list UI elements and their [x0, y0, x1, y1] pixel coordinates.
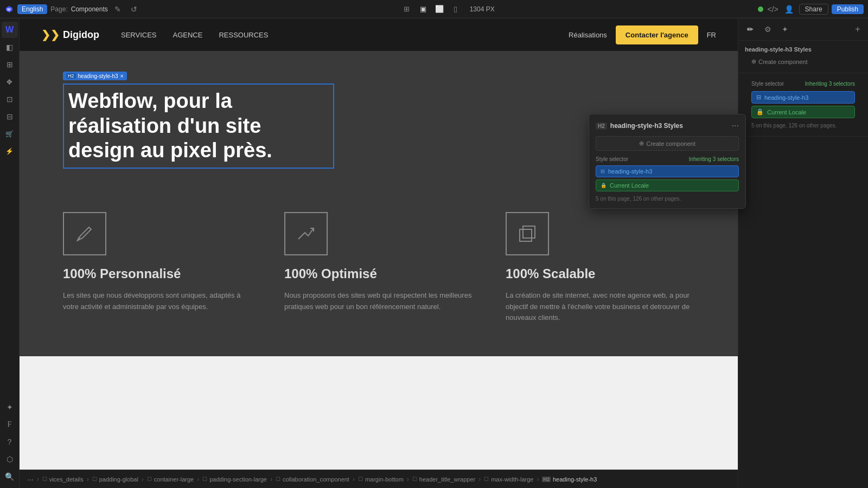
breadcrumb-container-large[interactable]: ☐ container-large — [144, 475, 197, 484]
chip-heading-style-h3[interactable]: ⊟ heading-style-h3 — [751, 91, 855, 104]
style-panel-title-section: heading-style-h3 Styles ⊕ Create compone… — [738, 41, 868, 73]
nav-cta-button[interactable]: Contacter l'agence — [616, 25, 698, 44]
refresh-icon-btn[interactable]: ↺ — [127, 3, 141, 16]
edit-icon-btn[interactable]: ✎ — [111, 3, 124, 16]
sidebar-icon-assets[interactable]: ⊡ — [2, 91, 18, 107]
breadcrumb-menu-btn[interactable]: ··· — [24, 474, 37, 485]
interactions-panel-btn[interactable]: ✦ — [777, 22, 793, 37]
nav-right: Réalisations Contacter l'agence FR — [569, 25, 716, 44]
popup-create-icon: ⊕ — [639, 140, 644, 147]
floating-popup: H2 heading-style-h3 Styles ··· ⊕ Create … — [589, 114, 746, 209]
sidebar-icon-search[interactable]: 🔍 — [2, 468, 18, 485]
breadcrumb-heading-style-h3[interactable]: H2 heading-style-h3 — [539, 475, 600, 484]
element-badge: H2 heading-style-h3 × — [63, 72, 127, 80]
create-component-label: Create component — [758, 59, 808, 65]
sidebar-icon-w[interactable]: W — [2, 22, 18, 38]
popup-note: 5 on this page, 126 on other pages. — [596, 196, 739, 202]
nav-agence[interactable]: AGENCE — [173, 31, 203, 39]
settings-panel-btn[interactable]: ⚙ — [760, 22, 775, 37]
right-panel-content: heading-style-h3 Styles ⊕ Create compone… — [738, 41, 868, 137]
breadcrumb-vices-details[interactable]: ☐ vices_details — [39, 475, 87, 484]
sidebar-icon-extensions[interactable]: ⬡ — [2, 451, 18, 467]
nav-ressources[interactable]: RESSOURCES — [219, 31, 268, 39]
right-panel-title: heading-style-h3 Styles — [745, 46, 812, 53]
viewport-tablet-btn[interactable]: ⬜ — [432, 2, 447, 17]
bc-label-3: padding-section-large — [209, 476, 267, 483]
left-sidebar: W ◧ ⊞ ❖ ⊡ ⊟ 🛒 ⚡ ✦ F ? ⬡ 🔍 — [0, 18, 20, 488]
panel-add-btn[interactable]: + — [852, 23, 864, 35]
nav-lang[interactable]: FR — [707, 31, 716, 39]
breadcrumb-margin-bottom[interactable]: ☐ margin-bottom — [355, 475, 407, 484]
bc-icon-2: ☐ — [147, 476, 152, 482]
page-label: Page: — [50, 5, 67, 13]
nav-realisations[interactable]: Réalisations — [569, 31, 607, 39]
breadcrumb-max-width-large[interactable]: ☐ max-width-large — [481, 475, 537, 484]
svg-rect-2 — [523, 226, 535, 238]
feature-icon-2 — [284, 212, 328, 255]
popup-title-text: heading-style-h3 Styles — [610, 122, 683, 130]
sidebar-icon-components[interactable]: ❖ — [2, 74, 18, 90]
bc-icon-1: ☐ — [92, 476, 97, 482]
style-panel-btn[interactable]: ✏ — [743, 22, 758, 37]
logo-icon: ❯❯ — [41, 28, 60, 41]
viewport-fullscreen-btn[interactable]: ⊞ — [399, 2, 414, 17]
popup-header: H2 heading-style-h3 Styles ··· — [596, 121, 739, 131]
breadcrumb-padding-global[interactable]: ☐ padding-global — [89, 475, 142, 484]
bc-label-6: header_title_wrapper — [419, 476, 475, 483]
popup-create-component-btn[interactable]: ⊕ Create component — [596, 136, 739, 151]
toolbar-center: ⊞ ▣ ⬜ ▯ 1304 PX — [143, 2, 756, 17]
viewport-desktop-btn[interactable]: ▣ — [416, 2, 431, 17]
popup-create-label: Create component — [646, 140, 695, 147]
popup-chip-blue[interactable]: ⊟ heading-style-h3 — [596, 165, 739, 177]
right-panel-toolbar: ✏ ⚙ ✦ + — [738, 18, 868, 41]
breadcrumb-header-title-wrapper[interactable]: ☐ header_title_wrapper — [409, 475, 478, 484]
sidebar-icon-fonts[interactable]: F — [2, 416, 18, 433]
breadcrumb-collaboration-component[interactable]: ☐ collaboration_component — [272, 475, 353, 484]
badge-close-btn[interactable]: × — [120, 73, 123, 79]
bc-icon-5: ☐ — [358, 476, 363, 482]
chip-current-locale[interactable]: 🔒 Current Locale — [751, 106, 855, 118]
popup-chip-blue-label: heading-style-h3 — [608, 168, 652, 175]
chip-lock-icon: 🔒 — [756, 108, 764, 115]
sidebar-icon-pages[interactable]: ⊞ — [2, 56, 18, 73]
feature-icon-3 — [506, 212, 549, 255]
site-preview: ❯❯ Digidop SERVICES AGENCE RESSOURCES Ré… — [20, 18, 738, 470]
nav-services[interactable]: SERVICES — [121, 31, 157, 39]
sidebar-icon-logic[interactable]: ⚡ — [2, 143, 18, 159]
breadcrumb-padding-section-large[interactable]: ☐ padding-section-large — [199, 475, 270, 484]
create-component-btn[interactable]: ⊕ Create component — [745, 56, 861, 67]
feature-title-2: 100% Optimisé — [284, 266, 473, 281]
viewport-mobile-btn[interactable]: ▯ — [448, 2, 463, 17]
bc-label-7: max-width-large — [491, 476, 533, 483]
sidebar-icon-layers[interactable]: ◧ — [2, 39, 18, 55]
popup-chip-green-label: Current Locale — [610, 182, 649, 189]
sidebar-icon-help[interactable]: ? — [2, 434, 18, 450]
sidebar-icon-ecommerce[interactable]: 🛒 — [2, 126, 18, 142]
sidebar-icon-cms[interactable]: ⊟ — [2, 108, 18, 125]
canvas-area: ❯❯ Digidop SERVICES AGENCE RESSOURCES Ré… — [20, 18, 738, 488]
popup-h2-badge: H2 — [596, 123, 607, 130]
bc-icon-8: H2 — [542, 477, 551, 482]
share-button[interactable]: Share — [799, 4, 828, 15]
bc-icon-4: ☐ — [276, 476, 280, 482]
popup-chip-green[interactable]: 🔒 Current Locale — [596, 179, 739, 191]
right-panel: ✏ ⚙ ✦ + heading-style-h3 Styles ⊕ Create… — [738, 18, 868, 488]
bc-label-0: vices_details — [49, 476, 84, 483]
feature-icon-1 — [63, 212, 106, 255]
language-button[interactable]: English — [17, 4, 47, 14]
popup-chip-icon: ⊟ — [601, 169, 605, 174]
webflow-logo-icon: W — [4, 4, 14, 14]
popup-more-btn[interactable]: ··· — [732, 121, 739, 131]
viewport-size: 1304 PX — [465, 5, 499, 13]
svg-rect-1 — [520, 229, 532, 241]
viewport-group: ⊞ ▣ ⬜ ▯ — [399, 2, 463, 17]
hero-heading[interactable]: Webflow, pour la réalisation d'un site d… — [63, 84, 334, 169]
feature-desc-2: Nous proposons des sites web qui respect… — [284, 290, 473, 313]
toolbar-left: W English Page: Components ✎ ↺ — [4, 3, 141, 16]
sidebar-icon-interactions[interactable]: ✦ — [2, 399, 18, 415]
code-view-btn[interactable]: </> — [767, 3, 780, 16]
user-icon-btn[interactable]: 👤 — [783, 3, 796, 16]
publish-button[interactable]: Publish — [832, 4, 864, 14]
feature-title-1: 100% Personnalisé — [63, 266, 252, 281]
bottom-breadcrumb: ··· › ☐ vices_details › ☐ padding-global… — [20, 470, 738, 488]
